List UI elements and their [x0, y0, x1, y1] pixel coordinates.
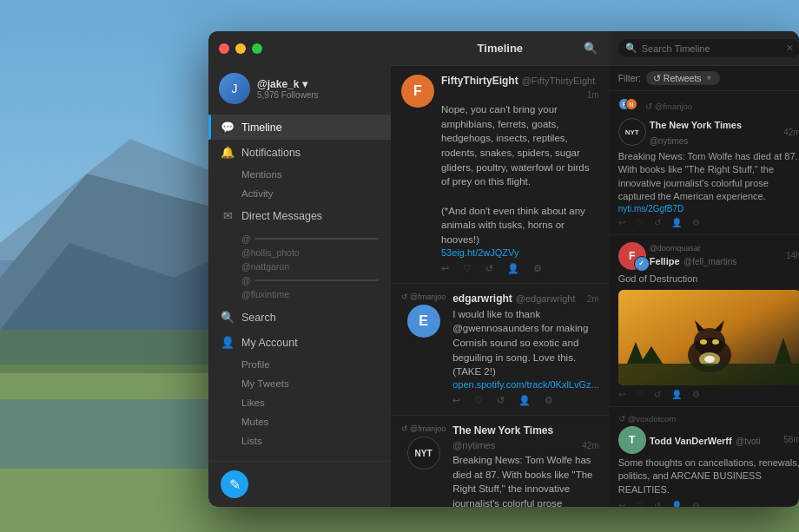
- more-button[interactable]: ⚙: [545, 395, 553, 406]
- right-tweet-avatar: NYT: [618, 118, 646, 146]
- retweet-button[interactable]: ↺: [497, 395, 505, 406]
- sidebar-item-account[interactable]: 👤 My Account: [208, 330, 391, 355]
- dm-account-fluxintime[interactable]: @fluxintime: [241, 287, 379, 301]
- retweeted-by: @fmanjoo: [410, 424, 446, 433]
- filter-retweets-pill[interactable]: ↺ Retweets ▼: [646, 71, 720, 85]
- retweeted-by-label: @fmanjoo: [655, 102, 692, 111]
- right-tweet-body: Breaking News: Tom Wolfe has died at 87.…: [618, 150, 799, 204]
- sidebar-item-profile[interactable]: Profile: [208, 355, 391, 374]
- dm-account-nattgarun[interactable]: @nattgarun: [241, 259, 379, 273]
- retweet-indicator: ↺ @fmanjoo: [401, 424, 446, 433]
- reply-button[interactable]: ↩: [441, 263, 449, 274]
- retweet-indicator: F N ↺ @fmanjoo: [618, 98, 799, 114]
- more-button[interactable]: ⚙: [692, 501, 700, 507]
- reply-button[interactable]: ↩: [618, 390, 625, 399]
- search-clear-button[interactable]: ✕: [786, 43, 794, 54]
- right-panel-header: 🔍 ✕: [610, 31, 799, 66]
- svg-point-16: [704, 356, 715, 363]
- tweet-author-name: FiftyThirtyEight: [441, 75, 518, 87]
- sidebar-item-lists[interactable]: Lists: [208, 431, 391, 450]
- sidebar-item-search[interactable]: 🔍 Search: [208, 305, 391, 330]
- sidebar-item-notifications[interactable]: 🔔 Notifications: [208, 140, 391, 165]
- dm-button[interactable]: 👤: [671, 501, 682, 507]
- dm-button[interactable]: 👤: [671, 390, 682, 399]
- retweet-button[interactable]: ↺: [654, 390, 661, 399]
- tweet-link[interactable]: open.spotify.com/track/0KxlLvGz...: [452, 379, 599, 390]
- tweet-link[interactable]: 53eig.ht/2wJQZVy: [441, 247, 599, 258]
- retweet-button[interactable]: ↺: [654, 218, 661, 227]
- like-button[interactable]: ♡: [636, 218, 644, 227]
- minimize-button[interactable]: [235, 43, 246, 54]
- notifications-icon: 🔔: [221, 146, 234, 159]
- follower-count: 5,976 Followers: [257, 90, 380, 100]
- sidebar-item-label: My Account: [241, 337, 298, 349]
- dm-account-hollis[interactable]: @hollis_photo: [241, 246, 379, 259]
- sidebar-item-activity[interactable]: Activity: [208, 184, 391, 203]
- retweet-button[interactable]: ↺: [654, 501, 661, 507]
- right-tweet-actions: ↩ ♡ ↺ 👤 ⚙: [618, 501, 799, 507]
- tweet-author-handle: @FiftyThirtyEight: [522, 76, 596, 86]
- retweet-indicator: ↺ @fmanjoo: [401, 292, 446, 301]
- window-titlebar: [208, 31, 391, 66]
- dm-button[interactable]: 👤: [671, 218, 682, 227]
- dm-button[interactable]: 👤: [518, 395, 531, 406]
- sidebar-item-mentions[interactable]: Mentions: [208, 165, 391, 184]
- tweet-avatar: F: [401, 75, 434, 108]
- sidebar-item-likes[interactable]: Likes: [208, 393, 391, 412]
- tweet-body: Breaking News: Tom Wolfe has died at 87.…: [452, 453, 599, 507]
- user-section[interactable]: J @jake_k ▾ 5,976 Followers: [208, 66, 391, 115]
- more-button[interactable]: ⚙: [692, 218, 700, 227]
- svg-point-14: [712, 339, 719, 345]
- tweet-item: ↺ @fmanjoo NYT The New York Times @nytim…: [391, 416, 610, 507]
- sidebar-item-mutes[interactable]: Mutes: [208, 412, 391, 431]
- filter-bar: Filter: ↺ Retweets ▼: [610, 66, 799, 91]
- right-tweet-name: Fellipe: [650, 256, 680, 266]
- right-tweet-handle: @tvoti: [736, 437, 761, 446]
- right-tweet-link[interactable]: nyti.ms/2GgfB7D: [618, 204, 799, 213]
- close-button[interactable]: [219, 43, 229, 54]
- retweet-button[interactable]: ↺: [485, 263, 493, 274]
- sidebar: J @jake_k ▾ 5,976 Followers 💬 Timeline 🔔…: [208, 31, 391, 507]
- right-tweet-actions: ↩ ♡ ↺ 👤 ⚙: [618, 390, 799, 399]
- sidebar-item-label: Search: [241, 312, 276, 324]
- more-button[interactable]: ⚙: [533, 263, 542, 274]
- like-button[interactable]: ♡: [474, 395, 483, 406]
- sidebar-item-direct-messages[interactable]: ✉ Direct Messages: [208, 203, 391, 228]
- tweet-item: ↺ @fmanjoo E edgarwright @edgarwright 2m…: [391, 284, 610, 416]
- dm-account-item[interactable]: @: [241, 232, 379, 246]
- right-panel: 🔍 ✕ Filter: ↺ Retweets ▼ F N ↺: [610, 31, 799, 507]
- sidebar-item-my-tweets[interactable]: My Tweets: [208, 374, 391, 393]
- right-tweet-time: 42m: [783, 128, 799, 137]
- account-icon: 👤: [221, 336, 234, 349]
- filter-dropdown-icon: ▼: [705, 74, 713, 82]
- maximize-button[interactable]: [252, 43, 262, 54]
- sidebar-item-timeline[interactable]: 💬 Timeline: [208, 115, 391, 140]
- right-tweet-item: F ✓ @doomquasar Fellipe @fell_martins 14…: [610, 235, 799, 407]
- reply-button[interactable]: ↩: [452, 395, 460, 406]
- like-button[interactable]: ♡: [463, 263, 472, 274]
- filter-label: Filter:: [618, 73, 641, 83]
- timeline-search-icon[interactable]: 🔍: [584, 42, 598, 55]
- tweet-author-handle: @nytimes: [452, 440, 495, 450]
- right-tweet-name: The New York Times: [650, 120, 742, 130]
- reply-button[interactable]: ↩: [618, 218, 625, 227]
- dm-button[interactable]: 👤: [507, 263, 519, 274]
- tweet-author-name: The New York Times: [452, 424, 553, 437]
- svg-point-13: [700, 339, 707, 345]
- search-input[interactable]: [642, 43, 782, 54]
- tweet-timestamp: 1m: [587, 90, 599, 100]
- more-button[interactable]: ⚙: [692, 390, 700, 399]
- right-tweet-actions: ↩ ♡ ↺ 👤 ⚙: [618, 218, 799, 227]
- right-tweet-item: ↺ @voxdotcom T Todd VanDerWerff @tvoti 5…: [610, 407, 799, 507]
- right-tweet-time: 14h: [786, 251, 799, 260]
- tweets-container: F FiftyThirtyEight @FiftyThirtyEight 1m …: [391, 66, 610, 507]
- search-container: 🔍 ✕: [618, 39, 799, 57]
- compose-button[interactable]: ✎: [221, 470, 248, 498]
- reply-button[interactable]: ↩: [618, 501, 625, 507]
- dm-account-item2[interactable]: @: [241, 273, 379, 287]
- like-button[interactable]: ♡: [636, 390, 644, 399]
- like-button[interactable]: ♡: [636, 501, 644, 507]
- retweet-indicator: ↺ @voxdotcom: [618, 414, 799, 424]
- tweet-timestamp: 42m: [582, 441, 598, 450]
- tweet-author-handle: @edgarwright: [516, 293, 576, 304]
